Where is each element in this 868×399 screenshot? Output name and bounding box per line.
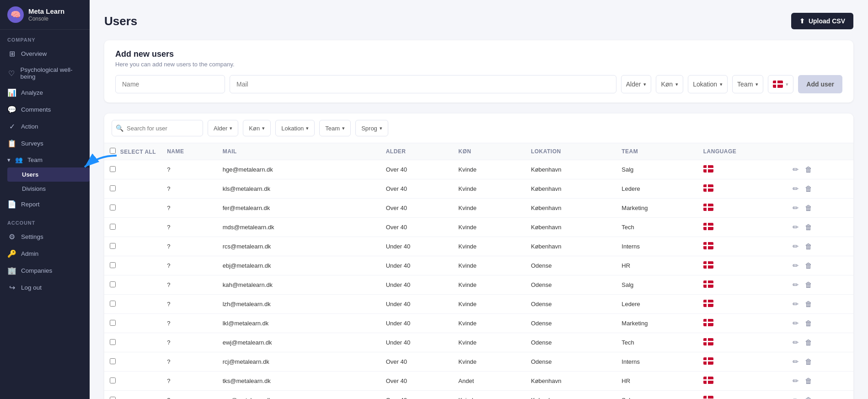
row-alder: Under 40 (380, 275, 453, 295)
delete-button[interactable]: 🗑 (803, 261, 814, 271)
flag-dropdown[interactable]: ▾ (768, 75, 793, 93)
row-name: ? (161, 314, 217, 333)
edit-button[interactable]: ✏ (791, 337, 800, 348)
filter-kon-button[interactable]: Køn (243, 120, 271, 136)
edit-button[interactable]: ✏ (791, 203, 800, 213)
filter-sprog-button[interactable]: Sprog (355, 120, 388, 136)
row-checkbox[interactable] (110, 205, 116, 210)
settings-icon: ⚙ (7, 232, 16, 241)
search-input[interactable] (112, 120, 203, 136)
row-checkbox[interactable] (110, 397, 116, 399)
row-lokation: København (525, 179, 616, 199)
sidebar-group-team: ▾ 👥 Team Users Divisions (0, 152, 90, 196)
select-all-checkbox[interactable] (110, 148, 116, 154)
edit-button[interactable]: ✏ (791, 376, 800, 386)
mail-input[interactable] (230, 75, 616, 93)
filter-alder-button[interactable]: Alder (208, 120, 238, 136)
row-kon: Kvinde (453, 218, 525, 237)
alder-dropdown[interactable]: Alder (621, 75, 652, 93)
row-checkbox-cell (104, 218, 161, 237)
row-lokation: Odense (525, 314, 616, 333)
row-checkbox[interactable] (110, 262, 116, 268)
sidebar-item-psych[interactable]: ♡ Psychological well-being (0, 62, 90, 84)
comments-icon: 💬 (7, 105, 16, 114)
delete-button[interactable]: 🗑 (803, 299, 814, 309)
row-team: Tech (616, 333, 697, 352)
add-user-label: Add user (806, 81, 834, 88)
upload-csv-button[interactable]: ⬆ Upload CSV (791, 13, 853, 29)
sidebar-item-action[interactable]: ✓ Action (0, 118, 90, 135)
row-checkbox[interactable] (110, 243, 116, 249)
sidebar-item-comments[interactable]: 💬 Comments (0, 101, 90, 118)
delete-button[interactable]: 🗑 (803, 395, 814, 399)
row-checkbox[interactable] (110, 358, 116, 364)
delete-button[interactable]: 🗑 (803, 280, 814, 290)
sidebar-item-surveys[interactable]: 📋 Surveys (0, 135, 90, 152)
edit-button[interactable]: ✏ (791, 241, 800, 252)
row-checkbox[interactable] (110, 377, 116, 383)
team-dropdown[interactable]: Team (732, 75, 763, 93)
sidebar-item-admin[interactable]: 🔑 Admin (0, 245, 90, 262)
row-checkbox-cell (104, 199, 161, 218)
row-checkbox[interactable] (110, 224, 116, 230)
row-team: Tech (616, 218, 697, 237)
row-checkbox[interactable] (110, 320, 116, 326)
edit-button[interactable]: ✏ (791, 280, 800, 290)
sidebar-item-label: Report (21, 201, 40, 208)
row-actions-cell: ✏ 🗑 (785, 391, 853, 399)
row-alder: Over 40 (380, 352, 453, 372)
row-kon: Kvinde (453, 295, 525, 314)
sidebar-item-companies[interactable]: 🏢 Companies (0, 262, 90, 279)
delete-button[interactable]: 🗑 (803, 184, 814, 194)
sidebar-item-logout[interactable]: ↪ Log out (0, 279, 90, 296)
delete-button[interactable]: 🗑 (803, 338, 814, 348)
sidebar-item-overview[interactable]: ⊞ Overview (0, 45, 90, 62)
kon-dropdown[interactable]: Køn (656, 75, 683, 93)
filter-team-button[interactable]: Team (319, 120, 351, 136)
row-checkbox[interactable] (110, 166, 116, 172)
row-team: HR (616, 256, 697, 275)
edit-button[interactable]: ✏ (791, 164, 800, 175)
edit-button[interactable]: ✏ (791, 395, 800, 399)
sidebar-group-team-header[interactable]: ▾ 👥 Team (0, 152, 90, 167)
delete-button[interactable]: 🗑 (803, 242, 814, 252)
delete-button[interactable]: 🗑 (803, 376, 814, 386)
th-name: Name (161, 143, 217, 160)
row-language (698, 391, 785, 399)
delete-button[interactable]: 🗑 (803, 357, 814, 367)
sidebar-item-users[interactable]: Users (7, 167, 90, 182)
add-user-button[interactable]: Add user (798, 75, 842, 93)
sidebar-item-report[interactable]: 📄 Report (0, 196, 90, 213)
row-checkbox[interactable] (110, 301, 116, 307)
edit-button[interactable]: ✏ (791, 183, 800, 194)
row-language (698, 333, 785, 352)
delete-button[interactable]: 🗑 (803, 318, 814, 329)
sidebar-item-divisions[interactable]: Divisions (7, 182, 90, 196)
edit-button[interactable]: ✏ (791, 260, 800, 271)
row-language (698, 218, 785, 237)
row-actions-cell: ✏ 🗑 (785, 160, 853, 179)
row-checkbox-cell (104, 314, 161, 333)
filter-lokation-button[interactable]: Lokation (275, 120, 315, 136)
delete-button[interactable]: 🗑 (803, 165, 814, 175)
action-icon: ✓ (7, 122, 16, 131)
row-checkbox-cell (104, 333, 161, 352)
table-row: ? lzh@metalearn.dk Under 40 Kvinde Odens… (104, 295, 853, 314)
delete-button[interactable]: 🗑 (803, 203, 814, 213)
name-input[interactable] (115, 75, 225, 93)
sidebar-item-analyze[interactable]: 📊 Analyze (0, 84, 90, 101)
row-checkbox[interactable] (110, 281, 116, 287)
edit-button[interactable]: ✏ (791, 356, 800, 367)
row-language (698, 199, 785, 218)
lokation-dropdown[interactable]: Lokation (688, 75, 728, 93)
row-checkbox[interactable] (110, 185, 116, 191)
edit-button[interactable]: ✏ (791, 318, 800, 329)
row-mail: tks@metalearn.dk (217, 372, 380, 391)
row-mail: ebj@metalearn.dk (217, 256, 380, 275)
edit-button[interactable]: ✏ (791, 299, 800, 309)
edit-button[interactable]: ✏ (791, 222, 800, 232)
delete-button[interactable]: 🗑 (803, 222, 814, 232)
sidebar-item-settings[interactable]: ⚙ Settings (0, 228, 90, 245)
row-mail: lzh@metalearn.dk (217, 295, 380, 314)
row-checkbox[interactable] (110, 339, 116, 345)
